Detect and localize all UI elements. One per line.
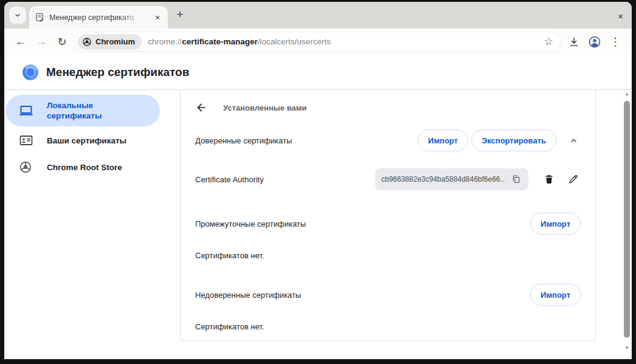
collapse-section-button[interactable]	[566, 135, 581, 146]
tab-search-button[interactable]	[9, 7, 26, 24]
page-header: Менеджер сертификатов	[4, 55, 632, 90]
tab-close-icon[interactable]: ×	[152, 12, 163, 23]
certificate-hash: cb9663882e3c94ba5884d846bf6e66...	[381, 175, 505, 184]
forward-button[interactable]: →	[31, 32, 52, 52]
browser-window: Менеджер сертификато × + × ← → ↻ Chromiu…	[0, 0, 636, 364]
url-path: /localcerts/usercerts	[258, 37, 331, 46]
chevron-up-icon	[568, 135, 579, 146]
delete-certificate-button[interactable]	[542, 172, 556, 187]
untrusted-section-title: Недоверенные сертификаты	[195, 290, 301, 300]
bookmark-star-icon[interactable]: ☆	[542, 35, 556, 48]
untrusted-certificates-row: Недоверенные сертификаты Импорт	[195, 281, 581, 308]
certificate-row: Certificate Authority cb9663882e3c94ba58…	[195, 166, 581, 193]
reload-button[interactable]: ↻	[52, 32, 72, 52]
browser-toolbar: ← → ↻ Chromium chrome://certificate-mana…	[4, 29, 632, 55]
sidebar: Локальные сертификаты Ваши сертификаты C…	[4, 90, 180, 359]
downloads-button[interactable]	[564, 32, 584, 52]
copy-hash-button[interactable]	[509, 172, 524, 187]
copy-icon	[511, 174, 521, 184]
scrollbar-thumb[interactable]	[624, 101, 630, 338]
profile-avatar-icon	[588, 35, 601, 49]
page-title: Менеджер сертификатов	[46, 66, 189, 79]
certificate-page-icon	[35, 13, 44, 22]
import-button[interactable]: Импорт	[530, 213, 581, 235]
profile-button[interactable]	[584, 32, 605, 52]
intermediate-certificates-row: Промежуточные сертификаты Импорт	[195, 210, 581, 237]
site-info-chip[interactable]: Chromium	[78, 34, 142, 50]
sidebar-item-label: Локальные сертификаты	[47, 100, 144, 121]
download-icon	[568, 36, 580, 48]
sidebar-item-your-certificates[interactable]: Ваши сертификаты	[5, 128, 160, 153]
id-card-icon	[19, 133, 33, 148]
sidebar-item-label: Ваши сертификаты	[47, 136, 126, 146]
page-body: Локальные сертификаты Ваши сертификаты C…	[4, 90, 632, 359]
chromium-logo-icon	[22, 64, 38, 80]
intermediate-empty-text: Сертификатов нет.	[195, 250, 581, 262]
import-button[interactable]: Импорт	[530, 284, 581, 306]
subpage-header: Установленные вами	[195, 90, 581, 118]
trusted-certificates-row: Доверенные сертификаты Импорт Экспортиро…	[195, 127, 581, 154]
back-button[interactable]: ←	[10, 32, 31, 52]
back-arrow-button[interactable]	[195, 101, 209, 114]
trusted-section-title: Доверенные сертификаты	[195, 136, 292, 145]
trash-icon	[544, 174, 555, 185]
window-content: Менеджер сертификато × + × ← → ↻ Chromiu…	[4, 2, 632, 359]
browser-menu-button[interactable]: ⋮	[605, 32, 626, 52]
sidebar-item-local-certificates[interactable]: Локальные сертификаты	[5, 95, 160, 126]
tab-title: Менеджер сертификато	[49, 13, 147, 22]
untrusted-empty-text: Сертификатов нет.	[195, 321, 581, 333]
content-card: Установленные вами Доверенные сертификат…	[180, 90, 596, 341]
url-host: certificate-manager	[182, 37, 258, 46]
new-tab-button[interactable]: +	[171, 7, 188, 24]
chromium-mono-icon	[19, 160, 33, 174]
content-gutter	[596, 90, 622, 359]
arrow-back-icon	[195, 101, 207, 114]
page-scrollbar[interactable]: ▲ ▼	[622, 90, 632, 359]
window-close-button[interactable]: ×	[618, 11, 623, 21]
tab-certificate-manager[interactable]: Менеджер сертификато ×	[29, 6, 168, 29]
chromium-mono-icon	[82, 37, 92, 47]
sidebar-item-chrome-root-store[interactable]: Chrome Root Store	[5, 154, 160, 180]
tab-strip: Менеджер сертификато × + ×	[4, 2, 632, 29]
address-bar[interactable]: Chromium chrome://certificate-manager/lo…	[75, 32, 561, 52]
laptop-icon	[19, 103, 33, 118]
url-scheme: chrome://	[148, 37, 182, 46]
scroll-up-arrow[interactable]: ▲	[622, 91, 632, 97]
scroll-down-arrow[interactable]: ▼	[622, 345, 632, 351]
export-button[interactable]: Экспортировать	[471, 129, 556, 151]
certificate-hash-chip: cb9663882e3c94ba5884d846bf6e66...	[375, 168, 528, 190]
edit-certificate-button[interactable]	[566, 172, 581, 187]
chevron-down-icon	[13, 11, 22, 19]
sidebar-item-label: Chrome Root Store	[47, 162, 122, 173]
site-chip-label: Chromium	[95, 37, 135, 46]
url-text: chrome://certificate-manager/localcerts/…	[148, 37, 542, 46]
intermediate-section-title: Промежуточные сертификаты	[195, 219, 306, 228]
trusted-actions: Импорт Экспортировать	[418, 129, 556, 151]
import-button[interactable]: Импорт	[418, 129, 468, 151]
edit-pen-icon	[568, 174, 579, 185]
subpage-title: Установленные вами	[223, 103, 306, 112]
certificate-name: Certificate Authority	[195, 175, 264, 184]
